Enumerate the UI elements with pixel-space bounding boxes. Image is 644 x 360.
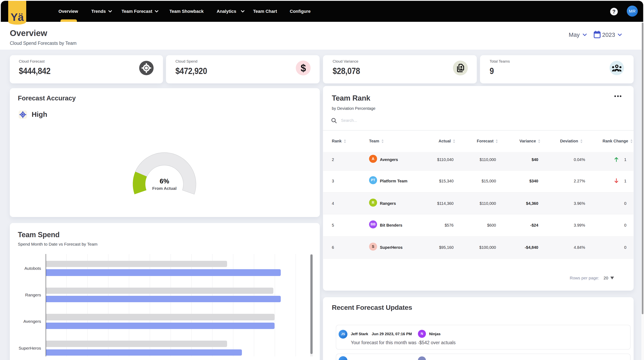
svg-text:Yä: Yä — [10, 11, 24, 23]
svg-text:6%: 6% — [160, 178, 169, 185]
svg-text:From Actual: From Actual — [152, 186, 176, 190]
